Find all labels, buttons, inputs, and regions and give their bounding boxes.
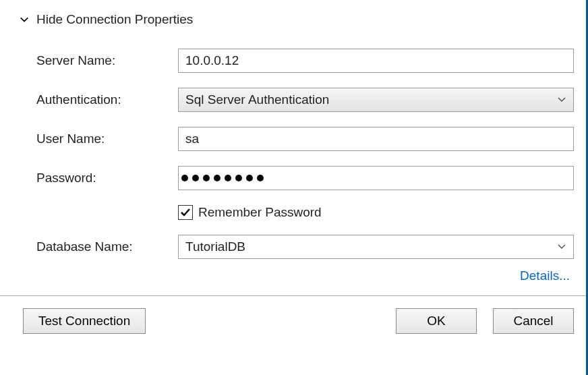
password-dot [203, 175, 210, 181]
chevron-down-icon [557, 96, 566, 104]
details-link[interactable]: Details... [520, 268, 570, 283]
password-dot [214, 175, 220, 181]
database-name-label: Database Name: [36, 239, 178, 254]
password-dot [181, 175, 188, 181]
header-title: Hide Connection Properties [36, 12, 193, 27]
ok-button[interactable]: OK [396, 308, 477, 334]
toggle-connection-properties[interactable]: Hide Connection Properties [19, 12, 574, 27]
chevron-down-icon [557, 243, 566, 251]
remember-password-label: Remember Password [198, 205, 322, 220]
password-dot [257, 175, 264, 181]
password-label: Password: [36, 171, 178, 185]
password-dot [235, 175, 242, 181]
database-name-dropdown[interactable]: TutorialDB [178, 235, 574, 259]
password-input[interactable] [178, 166, 574, 190]
divider [0, 295, 586, 296]
password-dot [225, 175, 231, 181]
server-name-input[interactable] [178, 49, 574, 73]
user-name-label: User Name: [36, 132, 178, 146]
user-name-input[interactable] [178, 127, 574, 151]
authentication-value: Sql Server Authentication [185, 92, 557, 107]
database-name-value: TutorialDB [185, 239, 557, 254]
authentication-dropdown[interactable]: Sql Server Authentication [178, 88, 574, 112]
test-connection-button[interactable]: Test Connection [23, 308, 146, 334]
button-bar: Test Connection OK Cancel [0, 308, 586, 334]
remember-password-checkbox[interactable] [178, 205, 193, 220]
check-icon [180, 207, 191, 218]
authentication-label: Authentication: [36, 92, 178, 107]
password-dot [246, 175, 253, 181]
chevron-down-icon [19, 14, 30, 25]
cancel-button[interactable]: Cancel [493, 308, 574, 334]
connection-form: Server Name: Authentication: Sql Server … [19, 49, 574, 283]
password-dot [192, 175, 199, 181]
server-name-label: Server Name: [36, 53, 178, 68]
